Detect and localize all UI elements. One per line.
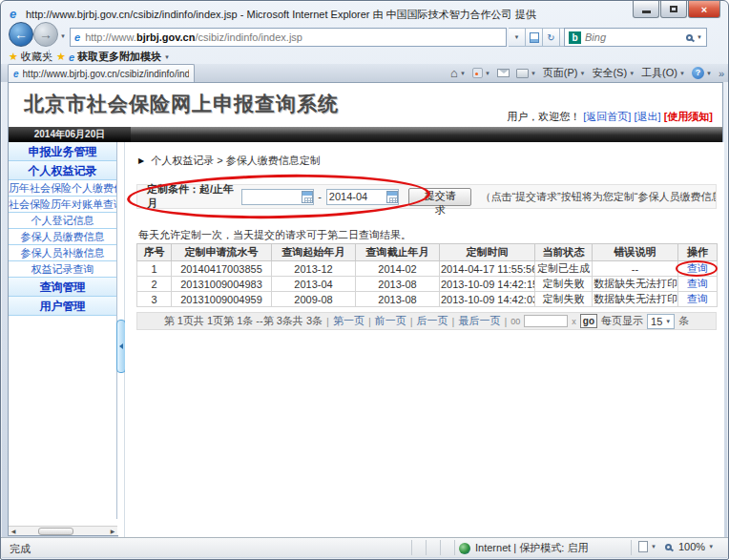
minimize-button[interactable] (633, 1, 659, 18)
add-favorite-star-icon: ★ (56, 51, 66, 63)
per-page-value: 15 (651, 316, 662, 327)
separator: | (326, 316, 329, 327)
compatibility-view-button[interactable] (526, 28, 543, 47)
cell-end-month: 2013-08 (356, 277, 440, 292)
sidebar-item-rights-record-query[interactable]: 权益记录查询 (9, 261, 116, 278)
tools-menu-button[interactable]: 工具(O)▼ (641, 66, 685, 80)
scroll-left-icon[interactable]: ◀ (9, 527, 18, 536)
search-input[interactable]: Bing (585, 31, 686, 43)
view-mode-button[interactable]: ▼ (638, 541, 656, 552)
maximize-button[interactable] (660, 1, 687, 18)
address-dropdown-button[interactable]: ▼ (509, 28, 526, 47)
favorites-label: 收藏夹 (21, 50, 52, 64)
divider (426, 540, 427, 555)
back-button[interactable]: ← (9, 22, 33, 47)
welcome-bar: 用户，欢迎您！ [返回首页] [退出] [使用须知] (507, 110, 713, 124)
favorites-button[interactable]: ★ 收藏夹 (9, 50, 52, 64)
last-page-link[interactable]: 最后一页 (458, 314, 500, 328)
col-header: 定制申请流水号 (172, 244, 272, 261)
site-title: 北京市社会保险网上申报查询系统 (24, 91, 339, 117)
addons-button[interactable]: ★ e 获取更多附加模块 ▼ (56, 50, 170, 64)
col-header: 查询截止年月 (356, 244, 440, 261)
history-dropdown-icon[interactable]: ▼ (60, 33, 66, 39)
home-page-link[interactable]: [返回首页] (583, 111, 631, 122)
sidebar-item-history-statement[interactable]: 历年社会保险个人缴费信息对账单 (9, 180, 116, 197)
prev-page-link[interactable]: 前一页 (375, 314, 406, 328)
sidebar-item-declare-business[interactable]: 申报业务管理 (9, 142, 116, 161)
usage-notice-link[interactable]: [使用须知] (664, 111, 713, 122)
divider (454, 540, 455, 555)
welcome-text: 用户，欢迎您！ (507, 111, 580, 122)
active-tab[interactable]: e http://www.bjrbj.gov.cn/csibiz/indinfo… (8, 64, 195, 82)
go-button[interactable]: go (580, 314, 597, 328)
title-bar: e http://www.bjrbj.gov.cn/csibiz/indinfo… (1, 1, 728, 26)
chevron-down-icon: ▼ (651, 544, 656, 550)
cell-start-month: 2013-04 (272, 277, 356, 292)
query-link[interactable]: 查询 (687, 278, 708, 289)
chevron-down-icon: ▼ (580, 71, 586, 76)
next-page-link[interactable]: 后一页 (417, 314, 448, 328)
forward-button[interactable]: → (33, 22, 58, 47)
page-menu-button[interactable]: 页面(P)▼ (543, 66, 586, 80)
cell-status: 定制已生成 (535, 261, 593, 277)
close-button[interactable]: × (688, 1, 720, 18)
sidebar-item-personal-rights[interactable]: 个人权益记录 (9, 161, 116, 180)
back-icon: ← (14, 27, 28, 42)
cell-seq: 2 (137, 277, 172, 292)
zoom-control[interactable]: 100% ▼ (665, 541, 714, 552)
scrollbar-track[interactable] (18, 527, 108, 536)
read-mail-button[interactable] (497, 69, 510, 77)
main-content: ▶ 个人权益记录 > 参保人缴费信息定制 定制条件：起/止年月 - 提交请求 （… (125, 142, 724, 537)
separator: | (368, 316, 371, 327)
address-bar-input[interactable]: e http://www.bjrbj.gov.cn/csibiz/indinfo… (70, 28, 507, 47)
help-button[interactable]: ?▼ (692, 67, 712, 79)
sidebar-item-insured-payment-info[interactable]: 参保人员缴费信息 (9, 229, 116, 245)
chevron-down-icon: ▼ (679, 71, 685, 76)
scroll-right-icon[interactable]: ▶ (108, 527, 117, 536)
forward-icon: → (39, 27, 52, 42)
cell-end-month: 2014-02 (356, 261, 440, 277)
sidebar-item-query-management[interactable]: 查询管理 (9, 278, 116, 297)
tools-menu-label: 工具(O) (641, 66, 677, 80)
feeds-button[interactable]: ▼ (472, 68, 490, 78)
sidebar-item-user-management[interactable]: 用户管理 (9, 297, 116, 316)
cell-start-month: 2013-12 (272, 261, 356, 277)
overflow-chevron[interactable]: » (719, 68, 724, 79)
submit-request-button[interactable]: 提交请求 (408, 188, 472, 206)
security-menu-button[interactable]: 安全(S)▼ (592, 66, 635, 80)
chevron-down-icon: ▼ (708, 544, 714, 550)
help-icon: ? (692, 67, 704, 79)
first-page-link[interactable]: 第一页 (333, 314, 364, 328)
zone-text: Internet | 保护模式: 启用 (475, 541, 588, 555)
home-button[interactable]: ⌂▼ (450, 66, 466, 80)
chevron-down-icon: ▼ (706, 71, 712, 76)
ie-icon: e (10, 7, 16, 21)
scrollbar-thumb[interactable] (38, 528, 74, 535)
page-jump-input[interactable] (524, 315, 568, 327)
per-page-select[interactable]: 15 ▼ (647, 314, 675, 329)
calendar-icon[interactable] (386, 191, 398, 203)
date-bar: 2014年06月20日 (9, 127, 722, 142)
print-button[interactable]: ▼ (516, 69, 536, 78)
cell-time: 2013-10-09 14:42:03 (440, 292, 535, 307)
logout-link[interactable]: [退出] (634, 111, 660, 122)
sidebar-item-personal-registration[interactable]: 个人登记信息 (9, 213, 116, 229)
search-icon[interactable] (686, 34, 693, 41)
close-icon: × (701, 4, 707, 15)
maximize-icon (670, 6, 677, 12)
security-menu-label: 安全(S) (592, 66, 627, 80)
sidebar-item-supplementary-payment[interactable]: 参保人员补缴信息 (9, 245, 116, 261)
query-link[interactable]: 查询 (687, 262, 708, 274)
search-options-icon[interactable]: ▼ (697, 34, 702, 40)
home-icon: ⌂ (450, 66, 458, 80)
search-box[interactable]: b Bing ▼ (564, 28, 707, 47)
sidebar-horizontal-scrollbar[interactable]: ◀ ▶ (9, 526, 117, 535)
calendar-icon[interactable] (302, 191, 313, 203)
separator: | (410, 316, 413, 327)
query-link[interactable]: 查询 (687, 293, 708, 304)
feed-icon (472, 68, 483, 78)
sidebar-item-statement-query[interactable]: 社会保险历年对账单查询（四险） (9, 197, 116, 213)
col-header: 操作 (678, 244, 718, 261)
refresh-button[interactable]: ↻ (543, 28, 560, 47)
customize-form: 定制条件：起/止年月 - 提交请求 （点击“提交请求”按钮将为您定制“参保人员缴… (136, 184, 717, 209)
